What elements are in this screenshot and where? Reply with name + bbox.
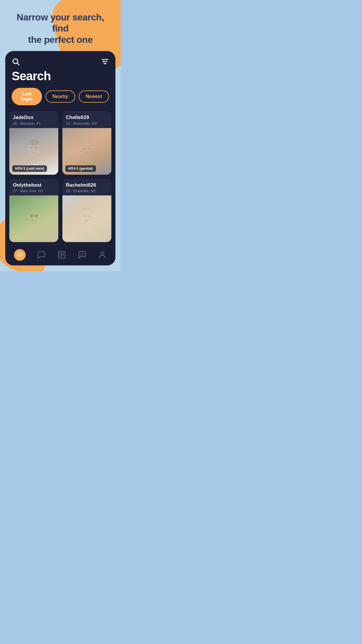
profile-name-onlythebest: Onlythebest xyxy=(13,182,55,188)
svg-point-5 xyxy=(106,59,108,60)
svg-point-9 xyxy=(30,147,32,148)
profile-name-chelle029: Chelle029 xyxy=(66,115,108,120)
search-icon[interactable] xyxy=(12,57,20,66)
compass-icon xyxy=(14,249,26,261)
profile-tag-chelle029: HSV-2 (genital) xyxy=(65,165,96,172)
svg-point-15 xyxy=(28,210,39,223)
svg-point-26 xyxy=(19,255,20,256)
app-wrapper: Narrow your search, find the perfect one xyxy=(0,0,121,271)
svg-point-10 xyxy=(35,147,38,148)
profile-image-rachelmill26 xyxy=(62,195,111,242)
svg-point-21 xyxy=(84,216,86,217)
svg-point-14 xyxy=(88,148,90,149)
nav-item-profile[interactable] xyxy=(94,248,111,262)
profile-meta-jadedox: 25 · Brandon, FL xyxy=(13,121,55,126)
svg-point-12 xyxy=(81,142,93,156)
profile-card-chelle029[interactable]: Chelle029 32 · Bronxville, NY xyxy=(62,111,111,174)
nav-item-compass[interactable] xyxy=(10,247,30,263)
phone-card: Search Last login Nearby Newest JadeDox … xyxy=(5,51,115,265)
top-bar xyxy=(5,51,115,68)
profile-info-chelle029: Chelle029 32 · Bronxville, NY xyxy=(62,111,111,128)
profiles-grid: JadeDox 25 · Brandon, FL xyxy=(5,111,115,242)
svg-point-17 xyxy=(35,215,37,216)
profile-card-jadedox[interactable]: JadeDox 25 · Brandon, FL xyxy=(9,111,58,174)
profile-card-rachelmill26[interactable]: Rachelmill26 29 · Charlotte, NC xyxy=(62,179,111,242)
svg-point-13 xyxy=(84,148,86,149)
svg-line-1 xyxy=(17,63,19,65)
svg-point-16 xyxy=(31,215,33,216)
tab-nearby[interactable]: Nearby xyxy=(45,90,75,103)
tab-newest[interactable]: Newest xyxy=(79,90,109,103)
profile-meta-chelle029: 32 · Bronxville, NY xyxy=(66,121,108,126)
svg-point-6 xyxy=(103,61,104,62)
hero-headline: Narrow your search, find the perfect one xyxy=(0,0,121,51)
svg-point-7 xyxy=(105,63,106,64)
profile-info-jadedox: JadeDox 25 · Brandon, FL xyxy=(9,111,58,128)
svg-point-11 xyxy=(29,140,39,146)
headline-line2: the perfect one xyxy=(28,34,93,45)
svg-point-20 xyxy=(81,210,92,223)
profile-tag-jadedox: HSV-1 (cold sore) xyxy=(12,165,47,172)
profile-name-jadedox: JadeDox xyxy=(13,115,55,120)
profile-meta-rachelmill26: 29 · Charlotte, NC xyxy=(66,189,108,193)
svg-point-22 xyxy=(88,216,90,217)
profile-card-onlythebest[interactable]: Onlythebest 27 · New York, NY xyxy=(9,179,58,242)
filter-icon[interactable] xyxy=(101,57,109,66)
nav-item-news[interactable] xyxy=(53,248,70,262)
filter-tabs: Last login Nearby Newest xyxy=(5,88,115,111)
nav-item-chat[interactable] xyxy=(33,248,50,262)
profile-info-rachelmill26: Rachelmill26 29 · Charlotte, NC xyxy=(62,179,111,195)
tab-last-login[interactable]: Last login xyxy=(12,88,42,105)
nav-item-messages[interactable] xyxy=(74,248,91,262)
profile-image-jadedox: HSV-1 (cold sore) xyxy=(9,128,58,175)
svg-point-33 xyxy=(101,252,104,255)
profile-image-chelle029: HSV-2 (genital) xyxy=(62,128,111,175)
bottom-nav xyxy=(5,244,115,265)
profile-name-rachelmill26: Rachelmill26 xyxy=(66,182,108,188)
page-title: Search xyxy=(5,68,115,88)
headline-line1: Narrow your search, find xyxy=(17,12,104,34)
profile-info-onlythebest: Onlythebest 27 · New York, NY xyxy=(9,179,58,195)
profile-image-onlythebest xyxy=(9,195,58,242)
profile-meta-onlythebest: 27 · New York, NY xyxy=(13,189,55,193)
